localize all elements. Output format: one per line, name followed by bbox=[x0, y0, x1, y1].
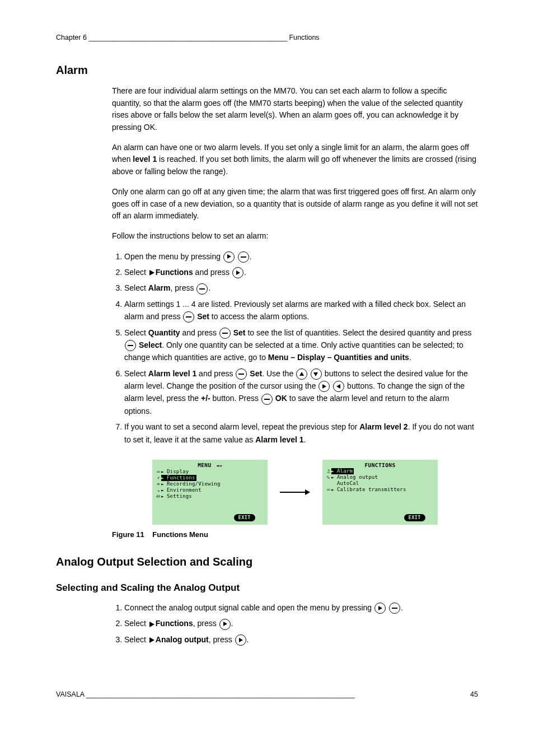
section-alarm-title: Alarm bbox=[56, 64, 478, 77]
header-left: Chapter 6 ______________________________… bbox=[56, 34, 320, 41]
alarm-steps: Open the menu by pressing . Select Funct… bbox=[112, 250, 478, 446]
alarm-step-7: If you want to set a second alarm level,… bbox=[124, 421, 478, 446]
play-triangle-icon bbox=[149, 270, 154, 276]
section-analog-title: Analog Output Selection and Scaling bbox=[56, 556, 478, 568]
analog-step-1: Connect the analog output signal cable a… bbox=[124, 601, 478, 614]
up-arrow-icon bbox=[296, 368, 307, 380]
alarm-step-2: Select Functions and press . bbox=[124, 266, 478, 278]
alarm-intro: There are four individual alarm settings… bbox=[112, 85, 478, 134]
play-triangle-icon bbox=[149, 637, 154, 643]
analog-step-3: Select Analog output, press . bbox=[124, 633, 478, 646]
lcd-exit-button: EXIT bbox=[404, 514, 425, 521]
minus-icon bbox=[238, 251, 249, 263]
minus-icon bbox=[236, 368, 247, 380]
alarm-p3: Only one alarm can go off at any given t… bbox=[112, 186, 478, 222]
lcd-menu-screen: MENU ◂▸▸ ▭►Display ⚡►Functions ∞►Recordi… bbox=[152, 460, 268, 525]
minus-icon bbox=[196, 283, 208, 295]
alarm-p2: An alarm can have one or two alarm level… bbox=[112, 142, 478, 178]
minus-icon bbox=[389, 603, 400, 614]
alarm-step-6: Select Alarm level 1 and press Set. Use … bbox=[124, 367, 478, 418]
minus-icon bbox=[125, 340, 136, 351]
right-arrow-icon bbox=[374, 603, 386, 614]
subheading-selecting-scaling: Selecting and Scaling the Analog Output bbox=[56, 582, 478, 594]
page-number: 45 bbox=[470, 690, 478, 698]
minus-icon bbox=[261, 394, 273, 405]
analog-step-2: Select Functions, press . bbox=[124, 617, 478, 629]
alarm-step-1: Open the menu by pressing . bbox=[124, 250, 478, 263]
page-footer: VAISALA ________________________________… bbox=[56, 690, 478, 698]
right-arrow-icon bbox=[219, 619, 231, 630]
alarm-step-3: Select Alarm, press . bbox=[124, 282, 478, 294]
right-arrow-icon bbox=[235, 634, 246, 646]
play-triangle-icon bbox=[149, 622, 154, 627]
lcd-functions-screen: FUNCTIONS ♫►Alarm ∿►Analog output AutoCa… bbox=[322, 460, 438, 525]
page-header: Chapter 6 ______________________________… bbox=[56, 34, 478, 41]
lcd-figure: MENU ◂▸▸ ▭►Display ⚡►Functions ∞►Recordi… bbox=[112, 460, 478, 525]
down-arrow-icon bbox=[311, 368, 322, 380]
left-arrow-icon bbox=[333, 381, 344, 392]
figure-caption: Figure 11 Functions Menu bbox=[112, 530, 478, 539]
analog-steps: Connect the analog output signal cable a… bbox=[112, 601, 478, 646]
alarm-p4: Follow the instructions below to set an … bbox=[112, 230, 478, 242]
alarm-step-4: Alarm settings 1 ... 4 are listed. Previ… bbox=[124, 298, 478, 323]
lcd-exit-button: EXIT bbox=[234, 514, 255, 521]
alarm-step-5: Select Quantity and press Set to see the… bbox=[124, 326, 478, 364]
minus-icon bbox=[219, 328, 231, 339]
right-arrow-icon bbox=[318, 381, 330, 392]
right-arrow-icon bbox=[232, 267, 243, 278]
minus-icon bbox=[183, 311, 194, 323]
footer-left: VAISALA ________________________________… bbox=[56, 690, 355, 698]
right-arrow-icon bbox=[223, 251, 235, 263]
